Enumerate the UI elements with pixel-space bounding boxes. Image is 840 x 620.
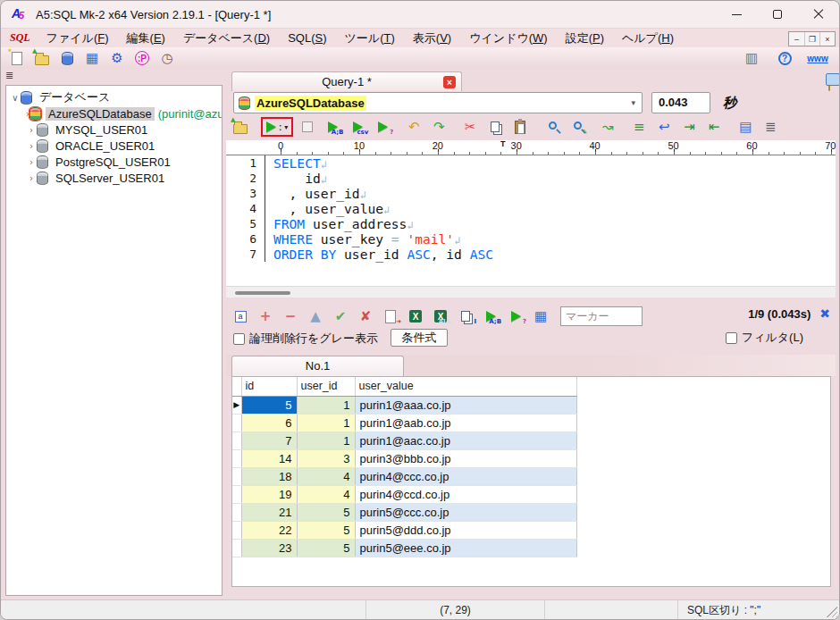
tree-item-root[interactable]: ∨データベース [6,89,222,105]
format-sql-icon[interactable]: ▤ [735,117,756,137]
find-icon[interactable] [541,117,562,137]
copy-with-title-icon[interactable]: I [455,306,476,326]
timer-field[interactable]: 0.043 [651,92,710,113]
grid-cell[interactable]: 4 [297,467,355,485]
mdi-close-button[interactable]: × [819,32,835,46]
grid-cell[interactable]: 6 [241,414,297,431]
condition-button[interactable]: 条件式 [391,329,448,347]
menu-item-3[interactable]: データベース(D) [174,29,279,46]
grid-cell[interactable]: 19 [241,485,297,503]
expander-icon[interactable]: › [26,141,37,151]
menu-item-8[interactable]: 設定(P) [557,29,613,46]
tree-item-postgresql_user01[interactable]: ›PostgreSQL_USER01 [6,154,222,170]
grid-cell[interactable]: purin4@ccc.co.jp [355,467,576,485]
grid-cell[interactable]: 1 [297,396,355,414]
grid-cell[interactable]: purin4@ccd.co.jp [355,485,576,503]
indent-icon[interactable]: ⇥ [678,117,700,137]
editor-horizontal-scrollbar[interactable] [226,286,836,297]
edit-row-icon[interactable]: ▲ [305,306,326,326]
tree-item-sqlserver_user01[interactable]: ›SQLServer_USER01 [6,170,222,186]
tree-item-azuresqldatabase[interactable]: ›AzureSQLDatabase(purinit@azur [6,105,222,121]
menu-item-1[interactable]: ファイル(F) [38,29,118,46]
grid-cell[interactable]: 7 [241,431,297,449]
tab-query-1[interactable]: Query-1 * × [231,71,462,91]
menu-item-5[interactable]: ツール(T) [336,29,404,46]
close-results-icon[interactable]: ✖ [819,306,830,321]
marker-jump-icon[interactable]: a [230,306,251,326]
sql-editor[interactable]: 1SELECT↲2 id↲3 , user_id↲4 , user_value↲… [226,155,836,286]
grid-cell[interactable]: 5 [297,539,355,557]
grid-cell[interactable]: 18 [241,467,297,485]
mdi-minimize-button[interactable]: – [789,32,804,46]
run-count-icon[interactable]: ? [505,306,526,326]
export-icon[interactable]: ➜ [380,306,401,326]
minimize-button[interactable] [716,1,757,28]
procedure-icon[interactable]: :P [131,48,153,68]
history-icon[interactable]: ◷ [156,48,178,68]
grid-cell[interactable]: 14 [241,449,297,467]
tree-item-oracle_user01[interactable]: ›ORACLE_USER01 [6,138,222,154]
grid-cell[interactable]: 5 [297,503,355,521]
system-menu[interactable]: SQL [1,31,38,45]
menu-item-6[interactable]: 表示(V) [404,29,460,46]
grid-cell[interactable]: purin5@eee.co.jp [355,539,576,557]
compare-windows-icon[interactable] [828,77,830,90]
gray-deleted-checkbox[interactable] [233,333,245,345]
grid-cell[interactable]: purin1@aaa.co.jp [355,396,576,414]
grid-cell[interactable]: 22 [241,521,297,539]
close-button[interactable] [798,1,839,28]
grid-cell[interactable]: purin3@bbb.co.jp [355,449,576,467]
db-manager-icon[interactable]: ▦ [81,48,103,68]
grid-cell[interactable]: purin5@ccc.co.jp [355,503,576,521]
redo-icon[interactable]: ↷ [428,117,449,137]
grid-cell[interactable]: purin1@aac.co.jp [355,431,576,449]
wrap-icon[interactable]: ↩ [653,117,675,137]
replace-icon[interactable]: ✎ [566,117,587,137]
grid-cell[interactable]: 5 [297,521,355,539]
settings-icon[interactable]: ⚙ [106,48,128,68]
menu-item-4[interactable]: SQL(S) [279,29,335,46]
jump-icon[interactable]: ↝ [597,117,618,137]
copy-icon[interactable] [484,117,506,137]
post-edit-icon[interactable]: ✔ [330,306,351,326]
mdi-restore-button[interactable]: ❐ [804,32,819,46]
run-csv-icon[interactable]: csv [347,117,368,137]
run-batch-icon[interactable]: A;B [322,117,343,137]
outline-icon[interactable]: ≣ [760,117,781,137]
new-query-icon[interactable]: ✶ [6,48,28,68]
expander-icon[interactable]: › [26,173,37,183]
undo-icon[interactable]: ↶ [403,117,424,137]
run-icon[interactable]: :▾ [261,117,293,137]
help-icon[interactable]: ? [774,48,795,68]
column-header-user_id[interactable]: user_id [297,377,355,396]
grid-cell[interactable]: 3 [297,449,355,467]
tab-result-no1[interactable]: No.1 [231,356,404,376]
append-row-icon[interactable]: + [255,306,276,326]
tree-item-mysql_user01[interactable]: ›MYSQL_USER01 [6,121,222,138]
tab-close-icon[interactable]: × [443,76,456,88]
delete-row-icon[interactable]: − [280,306,301,326]
cut-icon[interactable]: ✂ [459,117,481,137]
run-explain-icon[interactable]: ? [372,117,393,137]
grid-cell[interactable]: 5 [241,396,297,414]
expander-icon[interactable]: › [26,157,37,167]
marker-input[interactable] [560,306,643,326]
open-sql-icon[interactable]: ▲ [230,117,251,137]
paste-icon[interactable] [509,117,531,137]
tree-collapse-icon[interactable]: ≣ [5,70,13,81]
outdent-icon[interactable]: ⇤ [703,117,725,137]
re-run-icon[interactable]: A;B [480,306,501,326]
align-icon[interactable]: ≡ [628,117,650,137]
stop-icon[interactable] [297,117,318,137]
grid-option-icon[interactable]: ▦ [530,306,551,326]
manual-icon[interactable]: ▥ [741,48,762,68]
grid-cell[interactable]: purin1@aab.co.jp [355,414,576,431]
scrollbar-thumb[interactable] [235,291,290,295]
open-file-icon[interactable]: ▲ [31,48,53,68]
website-icon[interactable]: www [807,48,828,68]
grid-cell[interactable]: purin5@ddd.co.jp [355,521,576,539]
expander-icon[interactable]: ∨ [10,93,21,103]
grid-cell[interactable]: 1 [297,414,355,431]
maximize-button[interactable] [757,1,798,28]
grid-cell[interactable]: 21 [241,503,297,521]
